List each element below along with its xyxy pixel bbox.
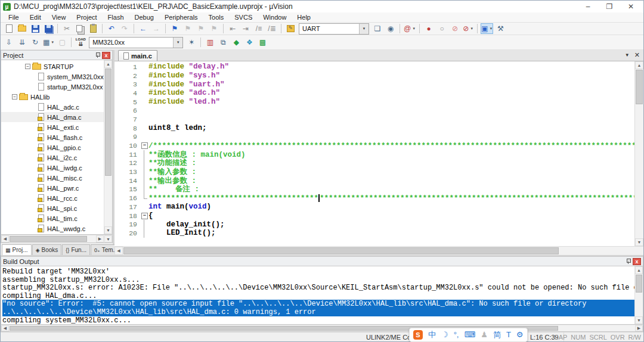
menu-debug[interactable]: Debug — [129, 13, 159, 21]
tree-item-hallib[interactable]: −HALlib — [1, 92, 104, 102]
pack-installer-button[interactable]: ▩ — [256, 37, 268, 48]
breakpoint-kill-all-button[interactable]: ⊘▼ — [462, 23, 474, 34]
menu-project[interactable]: Project — [71, 13, 102, 21]
scroll-up-icon[interactable]: ▲ — [635, 266, 643, 274]
stop-build-button[interactable]: ▢ — [56, 37, 68, 48]
tree-item-hal_iwdg.c[interactable]: HAL_iwdg.c — [1, 163, 104, 173]
new-file-button[interactable] — [3, 23, 15, 34]
ime-moon-icon[interactable]: ☽ — [441, 328, 448, 341]
menu-svcs[interactable]: SVCS — [229, 13, 258, 21]
menu-peripherals[interactable]: Peripherals — [159, 13, 203, 21]
incremental-find-button[interactable]: ◉ — [385, 23, 397, 34]
menu-file[interactable]: File — [3, 13, 24, 21]
lookup-button[interactable]: ❏ — [371, 23, 383, 34]
ime-settings-icon[interactable]: ⚙ — [516, 328, 524, 341]
menu-flash[interactable]: Flash — [103, 13, 129, 21]
batch-build-button[interactable]: ▦▼ — [42, 37, 55, 48]
project-panel-close-icon[interactable]: x — [102, 52, 110, 59]
tab-main-c[interactable]: main.c — [118, 50, 157, 61]
chevron-down-icon[interactable]: ▼ — [412, 27, 416, 30]
open-file-button[interactable] — [16, 23, 28, 34]
chevron-down-icon[interactable]: ▼ — [359, 24, 369, 34]
debug-windows-button[interactable]: ▣▼ — [481, 23, 493, 34]
tree-item-hal_wwdg.c[interactable]: HAL_wwdg.c — [1, 223, 104, 234]
build-output-vscrollbar[interactable]: ▲ ▼ — [634, 266, 643, 324]
search-scope-button[interactable]: @▼ — [403, 23, 416, 34]
menu-tools[interactable]: Tools — [203, 13, 230, 21]
tree-item-hal_dma.c[interactable]: HAL_dma.c — [1, 112, 104, 122]
scroll-right-icon[interactable]: ▶ — [96, 235, 104, 242]
build-button[interactable]: ⇊ — [16, 37, 28, 48]
editor-vscrollbar[interactable]: ▲ ▼ — [634, 61, 643, 246]
undo-button[interactable]: ↶ — [106, 23, 117, 34]
cut-button[interactable]: ✂ — [61, 23, 73, 34]
pin-icon[interactable] — [95, 52, 100, 58]
search-combobox[interactable]: UART▼ — [299, 23, 369, 35]
target-combobox[interactable]: MM32L0xx▼ — [89, 37, 183, 48]
panel-tab-books[interactable]: ◈Books — [32, 244, 62, 255]
tree-item-hal_exti.c[interactable]: HAL_exti.c — [1, 122, 104, 132]
scroll-right-icon[interactable]: ▶ — [635, 325, 643, 331]
scroll-up-icon[interactable]: ▲ — [635, 61, 643, 69]
chevron-down-icon[interactable]: ▼ — [490, 27, 493, 30]
build-output-hscrollbar[interactable]: ◀ ▶ — [1, 325, 643, 332]
rebuild-all-button[interactable]: ↻ — [29, 37, 41, 48]
scroll-left-icon[interactable]: ◀ — [1, 235, 9, 242]
menu-window[interactable]: Window — [258, 13, 292, 21]
build-output-text[interactable]: Rebuild target 'MM32L0xx'assembling star… — [1, 266, 634, 324]
navigate-back-button[interactable]: ← — [137, 23, 149, 34]
menu-view[interactable]: View — [47, 13, 72, 21]
redo-button[interactable]: ↷ — [119, 23, 131, 34]
restore-button[interactable]: ❐ — [605, 2, 614, 11]
download-button[interactable]: LOAD⇊ — [75, 37, 86, 48]
tree-item-hal_tim.c[interactable]: HAL_tim.c — [1, 213, 104, 223]
breakpoint-disable-all-button[interactable]: ⊘ — [449, 23, 461, 34]
ime-keyboard-icon[interactable]: ⌨ — [464, 328, 475, 341]
outdent-button[interactable]: ⇤ — [227, 23, 239, 34]
scroll-left-icon[interactable]: ◀ — [1, 325, 9, 331]
scroll-left-icon[interactable]: ◀ — [114, 247, 123, 255]
manage-project-items-button[interactable]: ⧉ — [217, 37, 229, 48]
bookmark-prev-button[interactable]: ⚑ — [182, 23, 194, 34]
pin-icon[interactable] — [626, 259, 630, 264]
tree-item-startup_mm32l0xx[interactable]: startup_MM32L0xx — [1, 82, 104, 92]
runtime-environment-button[interactable]: ◆ — [230, 37, 242, 48]
breakpoint-enable-button[interactable]: ○ — [436, 23, 448, 34]
panel-tab-fun[interactable]: {}Fun... — [62, 244, 90, 255]
ime-simplified-icon[interactable]: 简 — [493, 328, 501, 341]
fold-margin[interactable] — [141, 141, 148, 150]
tree-item-hal_misc.c[interactable]: HAL_misc.c — [1, 173, 104, 183]
chevron-down-icon[interactable]: ▼ — [51, 41, 54, 44]
ime-language-icon[interactable]: 中 — [428, 328, 436, 341]
save-all-button[interactable] — [42, 23, 54, 34]
menu-edit[interactable]: Edit — [24, 13, 47, 21]
navigate-forward-button[interactable]: → — [150, 23, 162, 34]
panel-tab-proj[interactable]: ▦Proj... — [2, 244, 32, 255]
tree-item-hal_adc.c[interactable]: HAL_adc.c — [1, 102, 104, 112]
tab-list-dropdown-icon[interactable]: ▼ — [625, 52, 630, 58]
tree-item-system_mm32l0xx[interactable]: system_MM32L0xx — [1, 71, 104, 82]
scroll-down-icon[interactable]: ▼ — [635, 238, 643, 246]
minimize-button[interactable]: – — [584, 2, 592, 11]
chevron-down-icon[interactable]: ▼ — [173, 38, 182, 48]
tree-item-startup[interactable]: −STARTUP — [1, 61, 104, 71]
breakpoint-toggle-button[interactable]: ● — [423, 23, 435, 34]
tree-item-hal_gpio.c[interactable]: HAL_gpio.c — [1, 142, 104, 153]
tree-item-hal_spi.c[interactable]: HAL_spi.c — [1, 203, 104, 213]
sogou-logo-icon[interactable]: S — [413, 330, 423, 340]
fold-margin[interactable] — [141, 212, 148, 220]
scroll-up-icon[interactable]: ▲ — [104, 60, 112, 68]
code-editor[interactable]: 1#include "delay.h"2#include "sys.h"3#in… — [114, 61, 634, 246]
bookmark-next-button[interactable]: ⚑ — [195, 23, 207, 34]
ime-user-icon[interactable]: ♟ — [481, 328, 488, 341]
indent-button[interactable]: ⇥ — [240, 23, 252, 34]
tree-item-hal_i2c.c[interactable]: HAL_i2c.c — [1, 153, 104, 163]
save-button[interactable] — [29, 23, 41, 34]
bookmark-clear-button[interactable]: ⚑ — [208, 23, 220, 34]
expander-icon[interactable]: − — [25, 64, 30, 69]
menu-help[interactable]: Help — [292, 13, 316, 21]
scroll-down-icon[interactable]: ▼ — [635, 316, 643, 324]
editor-hscrollbar[interactable]: ◀ — [114, 246, 643, 255]
translate-file-button[interactable]: ⇩ — [3, 37, 15, 48]
tree-item-hal_pwr.c[interactable]: HAL_pwr.c — [1, 183, 104, 193]
